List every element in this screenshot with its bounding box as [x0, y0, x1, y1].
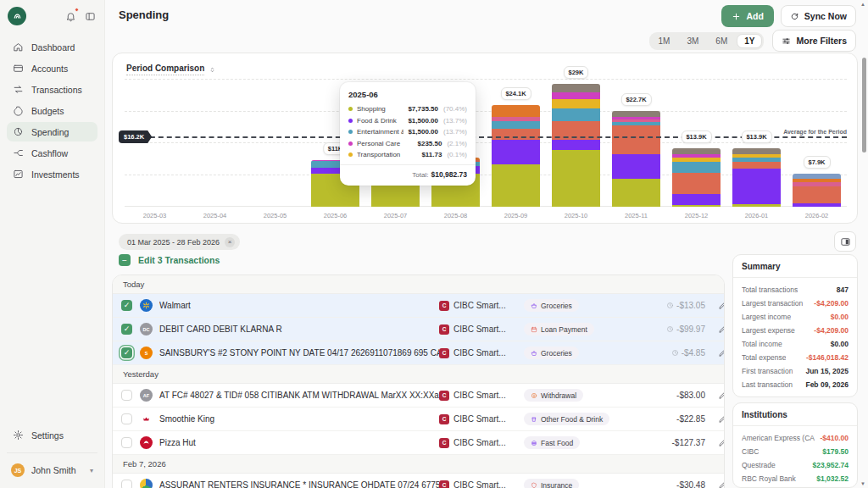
institutions-card: Institutions American Express (CA)-$410.…: [732, 402, 858, 488]
range-3m-button[interactable]: 3M: [679, 34, 706, 48]
account-cell[interactable]: CCIBC Smart...: [439, 391, 524, 401]
transaction-row[interactable]: ASSURANT RENTERS INSURANCE * INSURANCE O…: [113, 474, 724, 488]
scrollbar-up-arrow[interactable]: ▲: [860, 2, 865, 7]
more-filters-button[interactable]: More Filters: [772, 30, 856, 52]
row-checkbox[interactable]: [121, 437, 132, 448]
side-panel-toggle-button[interactable]: [834, 231, 856, 252]
category-tag[interactable]: Loan Payment: [524, 323, 594, 336]
category-tag[interactable]: Insurance: [524, 479, 579, 488]
merchant-name[interactable]: ASSURANT RENTERS INSURANCE * INSURANCE O…: [159, 480, 439, 488]
columns-icon: [840, 236, 851, 247]
select-all-checkbox[interactable]: −: [119, 254, 131, 266]
amount-cell: -$99.97: [641, 324, 705, 334]
scrollbar-thumb[interactable]: [862, 58, 866, 152]
account-cell[interactable]: CCIBC Smart...: [439, 414, 524, 424]
bar-slot-2025-09[interactable]: $24.1K: [486, 80, 546, 207]
edit-transaction-button[interactable]: [705, 348, 725, 358]
tooltip-category-pct: (2.1%): [447, 140, 467, 147]
category-tag[interactable]: Other Food & Drink: [524, 413, 609, 425]
tooltip-category-value: $7,735.50: [408, 105, 438, 113]
merchant-name[interactable]: SAINSBURY'S #2 STONY POINT NY DATE 04/17…: [159, 348, 439, 358]
sidebar-item-transactions[interactable]: Transactions: [7, 80, 97, 99]
tooltip-title: 2025-06: [348, 90, 467, 99]
transaction-row[interactable]: ✓SSAINSBURY'S #2 STONY POINT NY DATE 04/…: [113, 341, 724, 365]
stacked-bar[interactable]: [793, 174, 841, 208]
bar-slot-2025-04[interactable]: [185, 80, 245, 207]
sidebar-collapse-button[interactable]: [83, 9, 97, 23]
merchant-name[interactable]: AT FC# 48027 & TID# 058 CITIBANK ATM WIT…: [159, 391, 439, 400]
add-button[interactable]: Add: [721, 5, 773, 27]
sidebar-item-spending[interactable]: Spending: [7, 122, 97, 141]
category-tag[interactable]: Groceries: [524, 299, 579, 312]
notifications-button[interactable]: [64, 9, 77, 23]
sidebar-item-accounts[interactable]: Accounts: [7, 58, 97, 78]
edit-transactions-link[interactable]: Edit 3 Transactions: [138, 255, 220, 265]
bar-segment: [552, 99, 600, 108]
merchant-name[interactable]: Smoothie King: [159, 414, 439, 424]
bar-slot-2025-03[interactable]: [125, 80, 185, 207]
bar-segment: [672, 194, 721, 205]
row-checkbox[interactable]: ✓: [121, 324, 132, 335]
institution-label: American Express (CA): [742, 434, 815, 442]
user-menu[interactable]: JS John Smith ▾: [7, 461, 97, 480]
transaction-row[interactable]: ✓DCDEBIT CARD DEBIT KLARNA RCCIBC Smart.…: [113, 318, 724, 341]
transaction-row[interactable]: ✓WalmartCCIBC Smart...Groceries-$13.05: [113, 294, 724, 318]
stacked-bar[interactable]: [672, 148, 721, 208]
legend-dot: [348, 130, 353, 134]
scrollbar-down-arrow[interactable]: ▼: [860, 481, 865, 486]
edit-transaction-button[interactable]: [705, 438, 725, 447]
account-cell[interactable]: CCIBC Smart...: [439, 348, 524, 358]
transaction-row[interactable]: AFAT FC# 48027 & TID# 058 CITIBANK ATM W…: [113, 384, 724, 408]
edit-transaction-button[interactable]: [705, 480, 725, 488]
institution-value: $1,032.52: [816, 474, 849, 483]
category-tag[interactable]: Withdrawal: [524, 389, 583, 402]
row-checkbox[interactable]: [121, 390, 132, 401]
summary-value: -$4,209.00: [814, 299, 849, 308]
stacked-bar[interactable]: [552, 84, 600, 207]
row-checkbox[interactable]: [121, 413, 132, 424]
range-1m-button[interactable]: 1M: [651, 34, 678, 48]
transaction-row[interactable]: Smoothie KingCCIBC Smart...Other Food & …: [113, 408, 724, 431]
row-checkbox[interactable]: [121, 480, 132, 488]
account-cell[interactable]: CCIBC Smart...: [439, 301, 524, 311]
merchant-name[interactable]: Walmart: [159, 301, 439, 310]
close-icon[interactable]: ×: [225, 237, 235, 247]
account-cell[interactable]: CCIBC Smart...: [439, 480, 524, 488]
bar-slot-2025-12[interactable]: $13.9K: [666, 80, 726, 207]
sidebar-item-cashflow[interactable]: Cashflow: [7, 143, 97, 163]
edit-transaction-button[interactable]: [705, 301, 725, 310]
edit-transaction-button[interactable]: [705, 414, 725, 424]
notification-dot: [75, 8, 79, 12]
chart-title-row[interactable]: Period Comparison: [126, 62, 216, 77]
transaction-row[interactable]: Pizza HutCCIBC Smart...Fast Food-$127.37: [113, 431, 724, 455]
edit-transaction-button[interactable]: [705, 391, 725, 400]
stacked-bar[interactable]: [492, 105, 540, 208]
bar-slot-2025-05[interactable]: [245, 80, 305, 207]
merchant-name[interactable]: Pizza Hut: [159, 438, 439, 447]
bar-slot-2025-11[interactable]: $22.7K: [606, 80, 666, 207]
category-tag[interactable]: Groceries: [524, 347, 579, 359]
category-label: Withdrawal: [541, 391, 576, 400]
sync-now-button[interactable]: Sync Now: [781, 5, 856, 27]
sidebar-item-settings[interactable]: Settings: [7, 425, 97, 445]
stacked-bar[interactable]: [732, 148, 781, 208]
account-cell[interactable]: CCIBC Smart...: [439, 438, 524, 448]
range-6m-button[interactable]: 6M: [708, 34, 735, 48]
merchant-name[interactable]: DEBIT CARD DEBIT KLARNA R: [159, 324, 439, 334]
sidebar-item-dashboard[interactable]: Dashboard: [7, 37, 97, 57]
bar-slot-2026-02[interactable]: $7.9K: [787, 80, 847, 207]
bar-slot-2025-10[interactable]: $29K: [546, 80, 606, 207]
row-checkbox[interactable]: ✓: [121, 347, 132, 358]
bar-slot-2026-01[interactable]: $13.9K: [726, 80, 787, 207]
edit-transaction-button[interactable]: [705, 324, 725, 334]
account-cell[interactable]: CCIBC Smart...: [439, 324, 524, 335]
stacked-bar[interactable]: [612, 111, 660, 208]
category-tag[interactable]: Fast Food: [524, 436, 580, 449]
category-label: Loan Payment: [541, 325, 587, 334]
range-1y-button[interactable]: 1Y: [737, 34, 762, 48]
avatar: JS: [11, 463, 25, 477]
date-range-chip[interactable]: 01 Mar 2025 - 28 Feb 2026 ×: [119, 234, 240, 250]
sidebar-item-investments[interactable]: Investments: [7, 164, 97, 184]
row-checkbox[interactable]: ✓: [121, 300, 132, 311]
sidebar-item-budgets[interactable]: Budgets: [7, 101, 97, 120]
